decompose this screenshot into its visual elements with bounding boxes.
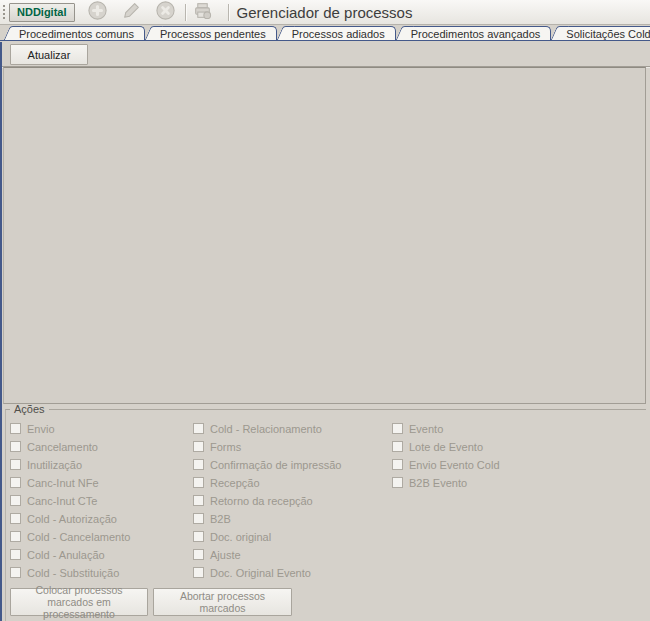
- checkbox-box[interactable]: [10, 495, 21, 506]
- toolbar-grip[interactable]: [2, 4, 6, 21]
- tab-solicitacoes-cold[interactable]: Solicitações Cold: [562, 26, 650, 40]
- checkbox-cold-anulacao[interactable]: Cold - Anulação: [10, 548, 130, 561]
- actions-column-1: Envio Cancelamento Inutilização Canc-Inu…: [10, 422, 130, 584]
- checkbox-box[interactable]: [193, 567, 204, 578]
- print-button[interactable]: [192, 1, 214, 23]
- actions-column-2: Cold - Relacionamento Forms Confirmação …: [193, 422, 341, 584]
- tab-strip: Procedimentos comuns Processos pendentes…: [0, 26, 650, 41]
- tab-page-processos-adiados: Atualizar Ações Envio Cancelamento Inuti…: [0, 42, 650, 621]
- checkbox-doc-original-evento[interactable]: Doc. Original Evento: [193, 566, 341, 579]
- checkbox-box[interactable]: [193, 531, 204, 542]
- toolbar-separator-2: [228, 4, 229, 21]
- checkbox-box[interactable]: [193, 459, 204, 470]
- checkbox-box[interactable]: [392, 459, 403, 470]
- edit-button[interactable]: [121, 1, 143, 23]
- checkbox-cold-autorizacao[interactable]: Cold - Autorização: [10, 512, 130, 525]
- checkbox-box[interactable]: [193, 495, 204, 506]
- checkbox-box[interactable]: [193, 513, 204, 524]
- checkbox-recepcao[interactable]: Recepção: [193, 476, 341, 489]
- checkbox-envio-evento-cold[interactable]: Envio Evento Cold: [392, 458, 500, 471]
- abort-marked-button[interactable]: Abortar processos marcados: [153, 588, 292, 616]
- tab-procedimentos-avancados[interactable]: Procedimentos avançados: [407, 26, 552, 40]
- checkbox-inutilizacao[interactable]: Inutilização: [10, 458, 130, 471]
- checkbox-evento[interactable]: Evento: [392, 422, 500, 435]
- checkbox-ajuste[interactable]: Ajuste: [193, 548, 341, 561]
- checkbox-b2b-evento[interactable]: B2B Evento: [392, 476, 500, 489]
- cancel-button[interactable]: [155, 1, 177, 23]
- page-title: Gerenciador de processos: [237, 4, 413, 21]
- refresh-button[interactable]: Atualizar: [10, 44, 88, 65]
- tab-processos-pendentes[interactable]: Processos pendentes: [156, 26, 277, 40]
- checkbox-retorno-recepcao[interactable]: Retorno da recepção: [193, 494, 341, 507]
- checkbox-box[interactable]: [10, 459, 21, 470]
- app-window: NDDigital: [0, 0, 650, 621]
- checkbox-cold-cancelamento[interactable]: Cold - Cancelamento: [10, 530, 130, 543]
- add-button[interactable]: [87, 1, 109, 23]
- checkbox-cold-relacionamento[interactable]: Cold - Relacionamento: [193, 422, 341, 435]
- cancel-icon: [155, 0, 176, 25]
- checkbox-b2b[interactable]: B2B: [193, 512, 341, 525]
- checkbox-box[interactable]: [193, 441, 204, 452]
- pencil-icon: [121, 0, 142, 25]
- print-icon: [192, 0, 213, 25]
- checkbox-cancelamento[interactable]: Cancelamento: [10, 440, 130, 453]
- checkbox-box[interactable]: [10, 531, 21, 542]
- checkbox-envio[interactable]: Envio: [10, 422, 130, 435]
- checkbox-box[interactable]: [10, 441, 21, 452]
- process-list-panel: [3, 67, 646, 404]
- checkbox-box[interactable]: [10, 549, 21, 560]
- checkbox-box[interactable]: [10, 423, 21, 434]
- checkbox-doc-original[interactable]: Doc. original: [193, 530, 341, 543]
- checkbox-canc-inut-nfe[interactable]: Canc-Inut NFe: [10, 476, 130, 489]
- actions-column-3: Evento Lote de Evento Envio Evento Cold …: [392, 422, 500, 494]
- checkbox-lote-evento[interactable]: Lote de Evento: [392, 440, 500, 453]
- checkbox-box[interactable]: [392, 441, 403, 452]
- checkbox-box[interactable]: [193, 477, 204, 488]
- checkbox-box[interactable]: [392, 423, 403, 434]
- tab-procedimentos-comuns[interactable]: Procedimentos comuns: [15, 26, 145, 40]
- checkbox-box[interactable]: [193, 549, 204, 560]
- nddigital-button[interactable]: NDDigital: [9, 3, 75, 22]
- checkbox-box[interactable]: [392, 477, 403, 488]
- checkbox-box[interactable]: [10, 513, 21, 524]
- checkbox-confirmacao-impressao[interactable]: Confirmação de impressão: [193, 458, 341, 471]
- toolbar: NDDigital: [0, 0, 650, 25]
- actions-group-label: Ações: [10, 403, 49, 415]
- checkbox-box[interactable]: [10, 477, 21, 488]
- toolbar-separator: [185, 4, 186, 21]
- checkbox-forms[interactable]: Forms: [193, 440, 341, 453]
- checkbox-box[interactable]: [10, 567, 21, 578]
- checkbox-box[interactable]: [193, 423, 204, 434]
- checkbox-cold-substituicao[interactable]: Cold - Substituição: [10, 566, 130, 579]
- add-icon: [87, 0, 108, 25]
- tab-processos-adiados[interactable]: Processos adiados: [288, 26, 396, 40]
- checkbox-canc-inut-cte[interactable]: Canc-Inut CTe: [10, 494, 130, 507]
- process-marked-button[interactable]: Colocar processos marcados em processame…: [10, 588, 148, 616]
